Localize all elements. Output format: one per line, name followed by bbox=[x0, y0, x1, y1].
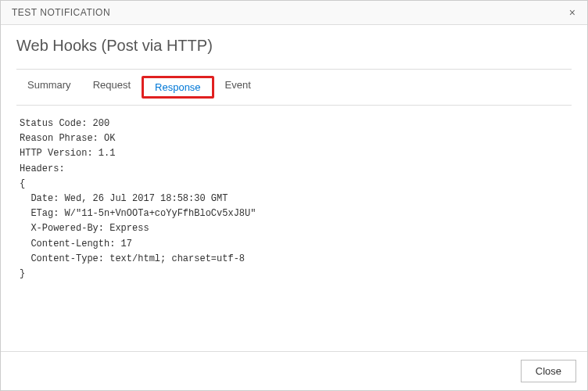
titlebar: TEST NOTIFICATION × bbox=[1, 1, 587, 25]
headers-label: Headers: bbox=[20, 162, 568, 177]
header-content-length: Content-Length: 17 bbox=[20, 237, 568, 252]
tab-response[interactable]: Response bbox=[142, 76, 214, 99]
main-content: Web Hooks (Post via HTTP) Summary Reques… bbox=[1, 25, 587, 351]
header-date: Date: Wed, 26 Jul 2017 18:58:30 GMT bbox=[20, 192, 568, 206]
http-version-line: HTTP Version: 1.1 bbox=[20, 146, 568, 161]
tab-event[interactable]: Event bbox=[214, 76, 262, 99]
page-title: Web Hooks (Post via HTTP) bbox=[16, 37, 572, 55]
dialog-title: TEST NOTIFICATION bbox=[12, 7, 110, 18]
header-xpoweredby: X-Powered-By: Express bbox=[20, 221, 568, 236]
reason-phrase-line: Reason Phrase: OK bbox=[20, 131, 568, 146]
open-brace: { bbox=[20, 177, 568, 192]
header-content-type: Content-Type: text/html; charset=utf-8 bbox=[20, 252, 568, 267]
header-etag: ETag: W/"11-5n+VnOOTa+coYyFfhBloCv5xJ8U" bbox=[20, 206, 568, 221]
close-brace: } bbox=[20, 267, 568, 282]
close-button[interactable]: Close bbox=[521, 360, 576, 382]
close-icon[interactable]: × bbox=[565, 5, 579, 20]
dialog-footer: Close bbox=[1, 351, 587, 390]
tab-bar: Summary Request Response Event bbox=[16, 69, 572, 106]
response-content: Status Code: 200Reason Phrase: OKHTTP Ve… bbox=[16, 106, 572, 351]
tab-summary[interactable]: Summary bbox=[16, 76, 82, 99]
tab-request[interactable]: Request bbox=[82, 76, 142, 99]
status-code-line: Status Code: 200 bbox=[20, 117, 568, 131]
